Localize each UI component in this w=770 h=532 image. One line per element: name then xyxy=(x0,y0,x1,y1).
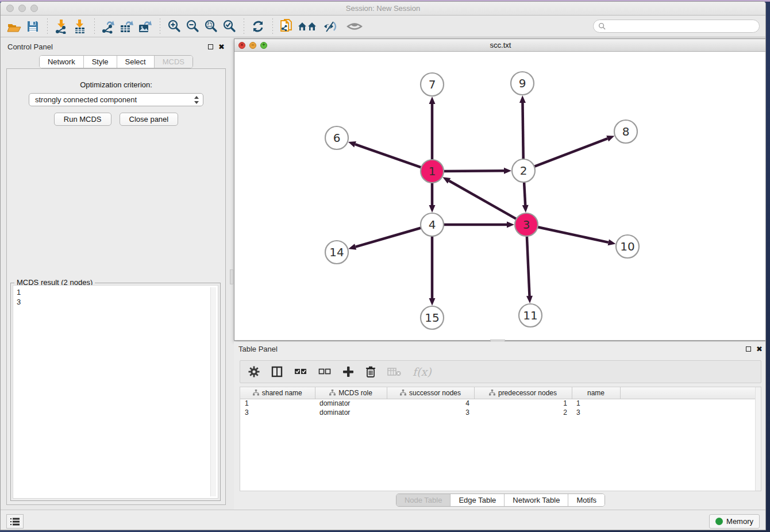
node-table-grid[interactable]: shared nameMCDS rolesuccessor nodesprede… xyxy=(240,387,761,417)
select-all-icon[interactable] xyxy=(294,368,307,376)
control-panel-header: Control Panel ✖ xyxy=(3,40,229,53)
column-header[interactable]: predecessor nodes xyxy=(474,387,572,399)
node-table: shared nameMCDS rolesuccessor nodesprede… xyxy=(240,387,761,491)
result-scrollbar[interactable] xyxy=(210,287,216,496)
export-network-icon[interactable] xyxy=(99,18,118,35)
table-row[interactable]: 1dominator411 xyxy=(240,399,761,408)
network-canvas[interactable]: 7968124314101511 xyxy=(234,52,766,340)
graph-edge[interactable] xyxy=(442,171,504,171)
column-header-label: name xyxy=(587,389,605,397)
close-panel-icon[interactable]: ✖ xyxy=(218,43,225,51)
graph-edge[interactable] xyxy=(355,144,422,168)
tab-style[interactable]: Style xyxy=(84,56,117,68)
zoom-in-icon[interactable] xyxy=(165,18,183,35)
run-mcds-button[interactable]: Run MCDS xyxy=(54,113,111,126)
tab-select[interactable]: Select xyxy=(117,56,155,68)
zoom-fit-icon[interactable] xyxy=(202,18,220,35)
graph-edge[interactable] xyxy=(449,181,518,219)
task-history-button[interactable] xyxy=(6,514,24,529)
close-panel-icon[interactable]: ✖ xyxy=(756,345,763,353)
gear-icon[interactable] xyxy=(248,366,260,377)
table-header-row[interactable]: shared nameMCDS rolesuccessor nodesprede… xyxy=(240,387,761,399)
close-panel-button[interactable]: Close panel xyxy=(120,113,179,126)
table-panel: Table Panel ✖ xyxy=(234,342,766,510)
network-view-title: scc.txt xyxy=(234,41,766,49)
table-tabs: Node Table Edge Table Network Table Moti… xyxy=(234,494,766,507)
edge-arrowhead xyxy=(429,298,436,306)
toolbar-separator xyxy=(240,18,248,34)
column-browser-icon[interactable] xyxy=(271,366,283,377)
birdseye-view-icon[interactable] xyxy=(342,18,367,35)
column-header-label: predecessor nodes xyxy=(498,389,557,397)
edge-arrowhead xyxy=(504,168,511,174)
tab-node-table[interactable]: Node Table xyxy=(396,494,451,506)
graph-edge[interactable] xyxy=(524,181,525,205)
table-scrollbar[interactable] xyxy=(755,387,761,491)
graph-edge[interactable] xyxy=(533,138,607,167)
tab-mcds[interactable]: MCDS xyxy=(155,56,192,68)
column-header[interactable]: shared name xyxy=(240,387,315,399)
home-icon[interactable] xyxy=(296,18,319,35)
table-cell[interactable]: 1 xyxy=(572,399,620,408)
save-session-icon[interactable] xyxy=(24,18,42,35)
search-field[interactable] xyxy=(593,20,760,33)
export-image-icon[interactable] xyxy=(136,18,155,35)
float-panel-icon[interactable] xyxy=(746,346,751,352)
table-cell[interactable]: 3 xyxy=(387,408,474,417)
tab-motifs[interactable]: Motifs xyxy=(568,494,605,506)
edge-arrowhead xyxy=(348,244,356,250)
table-cell[interactable]: 1 xyxy=(474,399,572,408)
table-cell[interactable]: 3 xyxy=(572,408,620,417)
node-label: 8 xyxy=(622,125,630,138)
mcds-result-item[interactable]: 1 xyxy=(17,287,214,297)
mcds-result-list[interactable]: 1 3 xyxy=(13,285,218,499)
graph-edge[interactable] xyxy=(527,235,530,296)
deselect-all-icon[interactable] xyxy=(318,368,331,376)
edge-arrowhead xyxy=(429,205,436,213)
delete-table-icon xyxy=(387,367,401,376)
tab-network[interactable]: Network xyxy=(40,56,84,68)
open-network-file-icon[interactable] xyxy=(278,18,296,35)
tab-network-table[interactable]: Network Table xyxy=(505,494,568,506)
zoom-out-icon[interactable] xyxy=(183,18,202,35)
table-cell[interactable]: 4 xyxy=(387,399,474,408)
vertical-splitter-grip[interactable] xyxy=(230,269,233,284)
table-row[interactable]: 3dominator323 xyxy=(240,408,761,417)
import-table-icon[interactable] xyxy=(71,18,89,35)
table-cell[interactable]: 1 xyxy=(240,399,315,408)
app-titlebar: Session: New Session xyxy=(1,2,765,16)
column-header[interactable]: MCDS role xyxy=(315,387,387,399)
hide-graphics-details-icon[interactable] xyxy=(319,18,342,35)
table-cell[interactable]: 2 xyxy=(474,408,572,417)
table-cell[interactable]: dominator xyxy=(315,408,387,417)
float-panel-icon[interactable] xyxy=(208,44,213,49)
memory-label: Memory xyxy=(726,517,753,526)
table-cell[interactable]: dominator xyxy=(315,399,387,408)
optimization-criterion-select[interactable]: strongly connected component xyxy=(29,93,203,106)
network-window-titlebar[interactable]: × − + scc.txt xyxy=(234,39,766,52)
node-label: 9 xyxy=(519,76,526,90)
search-input[interactable] xyxy=(609,22,759,30)
add-icon[interactable] xyxy=(342,366,354,377)
network-view-window: × − + scc.txt 7968124314101511 xyxy=(234,38,766,341)
node-label: 7 xyxy=(429,78,436,91)
column-header[interactable]: successor nodes xyxy=(387,387,474,399)
zoom-selected-icon[interactable] xyxy=(220,18,238,35)
memory-button[interactable]: Memory xyxy=(709,514,760,529)
graph-edge[interactable] xyxy=(522,103,523,160)
column-header[interactable]: name xyxy=(572,387,620,399)
import-network-icon[interactable] xyxy=(52,18,71,35)
edge-arrowhead xyxy=(519,95,526,103)
refresh-icon[interactable] xyxy=(249,18,267,35)
graph-edge[interactable] xyxy=(356,228,422,247)
export-table-icon[interactable] xyxy=(118,18,136,35)
table-cell[interactable]: 3 xyxy=(240,408,315,417)
table-toolbar: f(x) xyxy=(240,360,761,383)
tab-edge-table[interactable]: Edge Table xyxy=(451,494,505,506)
edge-arrowhead xyxy=(522,205,529,213)
graph-edge[interactable] xyxy=(537,227,609,242)
mcds-result-item[interactable]: 3 xyxy=(17,297,214,307)
edge-arrowhead xyxy=(608,239,616,245)
delete-icon[interactable] xyxy=(365,366,376,377)
open-session-icon[interactable] xyxy=(5,18,24,35)
